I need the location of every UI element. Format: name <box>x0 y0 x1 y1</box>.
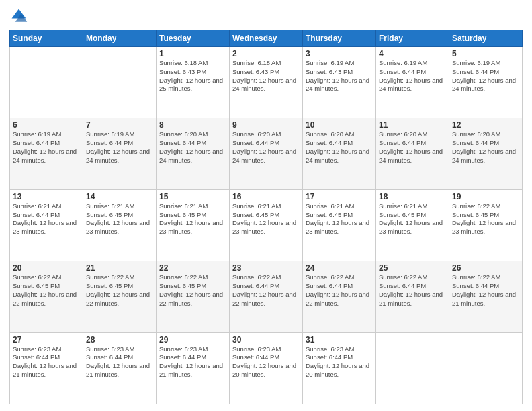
day-info: Sunrise: 6:19 AM Sunset: 6:44 PM Dayligh… <box>13 130 80 165</box>
day-cell <box>449 332 523 404</box>
day-number: 22 <box>159 263 226 273</box>
day-number: 15 <box>159 192 226 201</box>
day-cell: 12Sunrise: 6:20 AM Sunset: 6:44 PM Dayli… <box>449 118 523 189</box>
day-info: Sunrise: 6:22 AM Sunset: 6:44 PM Dayligh… <box>452 273 519 308</box>
day-number: 23 <box>232 263 300 273</box>
day-cell: 16Sunrise: 6:21 AM Sunset: 6:45 PM Dayli… <box>230 189 303 261</box>
day-number: 31 <box>306 335 373 345</box>
day-info: Sunrise: 6:21 AM Sunset: 6:45 PM Dayligh… <box>86 202 153 236</box>
day-info: Sunrise: 6:19 AM Sunset: 6:43 PM Dayligh… <box>306 59 373 93</box>
day-cell <box>83 47 157 118</box>
day-number: 17 <box>306 192 373 201</box>
day-cell <box>10 47 83 118</box>
day-info: Sunrise: 6:21 AM Sunset: 6:44 PM Dayligh… <box>13 202 80 236</box>
day-number: 18 <box>379 192 446 201</box>
day-info: Sunrise: 6:21 AM Sunset: 6:45 PM Dayligh… <box>306 202 373 236</box>
day-number: 30 <box>232 335 300 345</box>
day-number: 26 <box>452 263 519 273</box>
day-info: Sunrise: 6:23 AM Sunset: 6:44 PM Dayligh… <box>86 345 153 379</box>
day-number: 14 <box>86 192 153 201</box>
day-info: Sunrise: 6:22 AM Sunset: 6:45 PM Dayligh… <box>13 273 80 308</box>
day-info: Sunrise: 6:20 AM Sunset: 6:44 PM Dayligh… <box>379 130 446 165</box>
header <box>9 7 523 26</box>
day-number: 28 <box>86 335 153 345</box>
day-info: Sunrise: 6:19 AM Sunset: 6:44 PM Dayligh… <box>452 59 519 93</box>
day-cell: 3Sunrise: 6:19 AM Sunset: 6:43 PM Daylig… <box>303 47 376 118</box>
day-info: Sunrise: 6:20 AM Sunset: 6:44 PM Dayligh… <box>232 130 300 165</box>
day-info: Sunrise: 6:22 AM Sunset: 6:45 PM Dayligh… <box>159 273 226 308</box>
day-cell: 8Sunrise: 6:20 AM Sunset: 6:44 PM Daylig… <box>157 118 230 189</box>
day-number: 8 <box>159 120 226 130</box>
day-cell: 14Sunrise: 6:21 AM Sunset: 6:45 PM Dayli… <box>83 189 157 261</box>
day-cell: 20Sunrise: 6:22 AM Sunset: 6:45 PM Dayli… <box>10 261 83 332</box>
day-info: Sunrise: 6:19 AM Sunset: 6:44 PM Dayligh… <box>86 130 153 165</box>
day-number: 10 <box>306 120 373 130</box>
day-number: 7 <box>86 120 153 130</box>
day-cell: 15Sunrise: 6:21 AM Sunset: 6:45 PM Dayli… <box>157 189 230 261</box>
day-number: 2 <box>232 49 300 58</box>
day-info: Sunrise: 6:22 AM Sunset: 6:45 PM Dayligh… <box>86 273 153 308</box>
day-info: Sunrise: 6:23 AM Sunset: 6:44 PM Dayligh… <box>306 345 373 379</box>
day-info: Sunrise: 6:20 AM Sunset: 6:44 PM Dayligh… <box>306 130 373 165</box>
weekday-header-wednesday: Wednesday <box>230 30 303 47</box>
day-info: Sunrise: 6:22 AM Sunset: 6:45 PM Dayligh… <box>452 202 519 236</box>
day-number: 11 <box>379 120 446 130</box>
day-number: 6 <box>13 120 80 130</box>
day-cell: 5Sunrise: 6:19 AM Sunset: 6:44 PM Daylig… <box>449 47 523 118</box>
weekday-header-friday: Friday <box>376 30 449 47</box>
day-number: 24 <box>306 263 373 273</box>
day-cell: 31Sunrise: 6:23 AM Sunset: 6:44 PM Dayli… <box>303 332 376 404</box>
weekday-header-thursday: Thursday <box>303 30 376 47</box>
day-info: Sunrise: 6:21 AM Sunset: 6:45 PM Dayligh… <box>159 202 226 236</box>
day-info: Sunrise: 6:22 AM Sunset: 6:44 PM Dayligh… <box>379 273 446 308</box>
week-row-5: 27Sunrise: 6:23 AM Sunset: 6:44 PM Dayli… <box>10 332 523 404</box>
day-number: 3 <box>306 49 373 58</box>
day-cell: 27Sunrise: 6:23 AM Sunset: 6:44 PM Dayli… <box>10 332 83 404</box>
week-row-2: 6Sunrise: 6:19 AM Sunset: 6:44 PM Daylig… <box>10 118 523 189</box>
day-cell: 21Sunrise: 6:22 AM Sunset: 6:45 PM Dayli… <box>83 261 157 332</box>
day-cell: 10Sunrise: 6:20 AM Sunset: 6:44 PM Dayli… <box>303 118 376 189</box>
day-cell: 29Sunrise: 6:23 AM Sunset: 6:44 PM Dayli… <box>157 332 230 404</box>
day-number: 5 <box>452 49 519 58</box>
day-cell: 18Sunrise: 6:21 AM Sunset: 6:45 PM Dayli… <box>376 189 449 261</box>
page: SundayMondayTuesdayWednesdayThursdayFrid… <box>0 0 532 411</box>
day-cell: 23Sunrise: 6:22 AM Sunset: 6:44 PM Dayli… <box>230 261 303 332</box>
day-cell: 25Sunrise: 6:22 AM Sunset: 6:44 PM Dayli… <box>376 261 449 332</box>
day-cell: 19Sunrise: 6:22 AM Sunset: 6:45 PM Dayli… <box>449 189 523 261</box>
day-cell: 17Sunrise: 6:21 AM Sunset: 6:45 PM Dayli… <box>303 189 376 261</box>
day-cell: 9Sunrise: 6:20 AM Sunset: 6:44 PM Daylig… <box>230 118 303 189</box>
day-info: Sunrise: 6:23 AM Sunset: 6:44 PM Dayligh… <box>159 345 226 379</box>
day-number: 19 <box>452 192 519 201</box>
day-number: 29 <box>159 335 226 345</box>
day-cell: 11Sunrise: 6:20 AM Sunset: 6:44 PM Dayli… <box>376 118 449 189</box>
calendar-header: SundayMondayTuesdayWednesdayThursdayFrid… <box>10 30 523 47</box>
day-number: 21 <box>86 263 153 273</box>
day-cell: 7Sunrise: 6:19 AM Sunset: 6:44 PM Daylig… <box>83 118 157 189</box>
weekday-header-sunday: Sunday <box>10 30 83 47</box>
weekday-row: SundayMondayTuesdayWednesdayThursdayFrid… <box>10 30 523 47</box>
day-cell: 13Sunrise: 6:21 AM Sunset: 6:44 PM Dayli… <box>10 189 83 261</box>
day-cell: 4Sunrise: 6:19 AM Sunset: 6:44 PM Daylig… <box>376 47 449 118</box>
day-info: Sunrise: 6:23 AM Sunset: 6:44 PM Dayligh… <box>232 345 300 379</box>
day-info: Sunrise: 6:21 AM Sunset: 6:45 PM Dayligh… <box>232 202 300 236</box>
day-cell: 22Sunrise: 6:22 AM Sunset: 6:45 PM Dayli… <box>157 261 230 332</box>
day-cell: 2Sunrise: 6:18 AM Sunset: 6:43 PM Daylig… <box>230 47 303 118</box>
day-cell: 24Sunrise: 6:22 AM Sunset: 6:44 PM Dayli… <box>303 261 376 332</box>
calendar-table: SundayMondayTuesdayWednesdayThursdayFrid… <box>9 30 523 404</box>
day-cell: 28Sunrise: 6:23 AM Sunset: 6:44 PM Dayli… <box>83 332 157 404</box>
day-number: 25 <box>379 263 446 273</box>
day-info: Sunrise: 6:19 AM Sunset: 6:44 PM Dayligh… <box>379 59 446 93</box>
week-row-3: 13Sunrise: 6:21 AM Sunset: 6:44 PM Dayli… <box>10 189 523 261</box>
day-number: 16 <box>232 192 300 201</box>
day-info: Sunrise: 6:23 AM Sunset: 6:44 PM Dayligh… <box>13 345 80 379</box>
day-number: 4 <box>379 49 446 58</box>
day-cell: 1Sunrise: 6:18 AM Sunset: 6:43 PM Daylig… <box>157 47 230 118</box>
logo-icon <box>9 7 28 26</box>
day-cell: 6Sunrise: 6:19 AM Sunset: 6:44 PM Daylig… <box>10 118 83 189</box>
day-info: Sunrise: 6:20 AM Sunset: 6:44 PM Dayligh… <box>452 130 519 165</box>
day-cell <box>376 332 449 404</box>
week-row-4: 20Sunrise: 6:22 AM Sunset: 6:45 PM Dayli… <box>10 261 523 332</box>
logo <box>9 7 31 26</box>
day-number: 27 <box>13 335 80 345</box>
day-number: 20 <box>13 263 80 273</box>
